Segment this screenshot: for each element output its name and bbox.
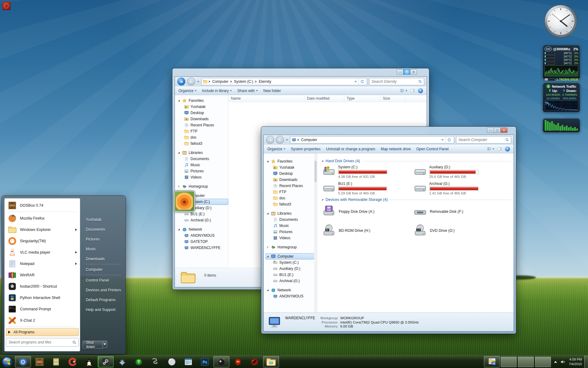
- taskbar-app-disc[interactable]: [164, 356, 180, 367]
- cpu-meter-gadget[interactable]: intel @3000Mhz 2% [49°C]2%[42°C]3%[46°C]…: [543, 45, 580, 79]
- startmenu-place-computer[interactable]: Computer: [86, 265, 121, 274]
- nav-section-favorites[interactable]: Favorites: [266, 158, 317, 164]
- taskbar-app-dragon[interactable]: [247, 356, 262, 367]
- taskbar-app-appwindow[interactable]: [180, 356, 196, 367]
- expanded-arrow-icon[interactable]: [267, 255, 269, 257]
- nav-item-anonymous[interactable]: ANONYMOUS: [177, 232, 228, 239]
- toolbar-system-properties[interactable]: System properties: [291, 147, 321, 151]
- nav-section-libraries[interactable]: Libraries: [266, 210, 317, 217]
- taskbar-app-winfile[interactable]: [48, 356, 64, 367]
- breadcrumb-item-system-c[interactable]: System (C:): [233, 79, 254, 84]
- startmenu-item-x-chat-2[interactable]: chatX-Chat 2: [6, 315, 79, 326]
- forward-button[interactable]: ►: [276, 136, 284, 144]
- expanded-arrow-icon[interactable]: [178, 152, 180, 154]
- nav-item-desktop[interactable]: Desktop: [177, 110, 228, 116]
- group-header-hard-disk-drives-4[interactable]: Hard Disk Drives (4): [322, 159, 511, 163]
- startmenu-item-windows-explorer[interactable]: Windows Explorer: [6, 224, 79, 235]
- equalizer-gadget[interactable]: [543, 118, 580, 132]
- help-icon[interactable]: ?: [418, 88, 423, 93]
- toolbar-open-control-panel[interactable]: Open Control Panel: [416, 147, 448, 151]
- nav-section-network[interactable]: Network: [177, 226, 228, 232]
- network-traffic-gadget[interactable]: ↓ Network Traffic ⬆Up: ⬇Down: 104.8Kbit/…: [543, 83, 580, 112]
- expanded-arrow-icon[interactable]: [178, 228, 180, 230]
- taskbar-clock[interactable]: 4:09 PM 7/4/2010: [569, 357, 582, 366]
- nav-item-recent-places[interactable]: Recent Places: [177, 122, 228, 128]
- nav-item-pictures[interactable]: Pictures: [177, 168, 228, 174]
- change-view-button[interactable]: [400, 88, 407, 93]
- back-button[interactable]: ◄: [266, 136, 274, 144]
- group-header-devices-with-removable-storage-4[interactable]: Devices with Removable Storage (4): [322, 197, 511, 202]
- nav-item-documents[interactable]: Documents: [266, 217, 317, 223]
- nav-item-dos[interactable]: dos: [177, 134, 228, 140]
- startmenu-search-box[interactable]: [6, 338, 79, 347]
- nav-item-recent-places[interactable]: Recent Places: [266, 183, 317, 189]
- taskbar-explorer-group-button[interactable]: [484, 356, 500, 367]
- startmenu-place-default-programs[interactable]: Default Programs: [86, 295, 121, 305]
- toolbar-include-in-library[interactable]: Include in library: [202, 89, 232, 93]
- taskbar-empty-button[interactable]: [535, 357, 551, 367]
- nav-item-desktop[interactable]: Desktop: [266, 171, 317, 177]
- search-input[interactable]: [458, 137, 505, 142]
- drive-bu1-e[interactable]: BU1 (E:)5.29 GB free of 465 GB: [322, 182, 413, 195]
- maximize-button[interactable]: ▢: [494, 128, 500, 133]
- nav-item-archival-g[interactable]: Archival (G:): [266, 278, 317, 284]
- startmenu-item-notepad[interactable]: Notepad: [6, 258, 79, 269]
- toolbar-uninstall-or-change-a-program[interactable]: Uninstall or change a program: [326, 147, 375, 151]
- startmenu-item-dosbox-0-74[interactable]: DOSDOSBox 0.74: [6, 200, 79, 211]
- nav-item-pictures[interactable]: Pictures: [266, 229, 317, 235]
- tray-overflow-arrow[interactable]: [554, 361, 557, 363]
- taskbar-app-crown[interactable]: [230, 356, 246, 367]
- nav-item-yushatak[interactable]: Yushatak: [177, 104, 228, 110]
- breadcrumb[interactable]: Computer: [290, 136, 454, 144]
- close-button[interactable]: ✕: [410, 69, 417, 75]
- taskbar-app-starcraft[interactable]: [114, 356, 130, 367]
- nav-item-gatetop[interactable]: GATETOP: [177, 239, 228, 245]
- startmenu-search-input[interactable]: [8, 340, 72, 345]
- startmenu-place-help-and-support[interactable]: Help and Support: [86, 305, 121, 315]
- taskbar-app-photoshop[interactable]: Ps: [197, 356, 213, 367]
- taskbar-app-explorer[interactable]: [263, 356, 279, 367]
- close-button[interactable]: ✕: [500, 128, 507, 133]
- column-header-date-modified[interactable]: Date modified: [304, 95, 344, 102]
- desktop-shortcut-icon[interactable]: [2, 2, 10, 10]
- taskbar-app-greenorb[interactable]: [131, 356, 147, 367]
- forward-button[interactable]: ►: [187, 78, 195, 86]
- search-box[interactable]: [456, 136, 511, 144]
- nav-section-libraries[interactable]: Libraries: [177, 150, 228, 156]
- nav-item-fallout3[interactable]: fallout3: [177, 140, 228, 147]
- shutdown-button[interactable]: Shut down: [83, 341, 103, 348]
- nav-item-bu1-e[interactable]: BU1 (E:): [177, 211, 228, 217]
- drive-archival-g[interactable]: Archival (G:)1.41 GB free of 465 GB: [413, 182, 505, 195]
- breadcrumb[interactable]: ComputerSystem (C:)Eternity: [201, 78, 367, 85]
- startmenu-item-command-prompt[interactable]: C:\_Command Prompt: [6, 303, 79, 315]
- breadcrumb-item-computer[interactable]: Computer: [211, 79, 229, 84]
- toolbar-organize[interactable]: Organize: [179, 89, 197, 93]
- group-collapse-icon[interactable]: [322, 161, 324, 162]
- expanded-arrow-icon[interactable]: [267, 160, 269, 162]
- drive-system-c[interactable]: System (C:)4.38 GB free of 931 GB: [322, 165, 413, 178]
- device-removable-disk-f[interactable]: Removable Disk (F:): [413, 204, 505, 220]
- nav-section-network[interactable]: Network: [266, 287, 317, 293]
- address-dropdown-icon[interactable]: [354, 81, 357, 82]
- nav-item-auxiliary-d[interactable]: Auxiliary (D:): [266, 266, 317, 272]
- toolbar-organize[interactable]: Organize: [267, 147, 285, 151]
- nav-section-computer[interactable]: Computer: [266, 253, 317, 259]
- expanded-arrow-icon[interactable]: [178, 100, 180, 102]
- taskbar-app-dosbox[interactable]: DOS: [32, 356, 47, 367]
- search-input[interactable]: [371, 79, 418, 84]
- refresh-icon[interactable]: [446, 136, 453, 143]
- startmenu-place-control-panel[interactable]: Control Panel: [86, 275, 121, 285]
- nav-item-fallout3[interactable]: fallout3: [266, 201, 317, 207]
- device-bd-rom-drive-h[interactable]: BDBD-ROM Drive (H:): [322, 223, 413, 239]
- start-button[interactable]: [0, 355, 15, 368]
- history-dropdown-icon[interactable]: [197, 81, 199, 82]
- nav-item-music[interactable]: Music: [266, 223, 317, 229]
- taskbar-app-scorpion[interactable]: [147, 356, 163, 367]
- startmenu-item-foobar2000-shortcut[interactable]: foobar2000 - Shortcut: [6, 281, 79, 292]
- startmenu-place-devices-and-printers[interactable]: Devices and Printers: [86, 285, 121, 295]
- collapsed-arrow-icon[interactable]: [178, 185, 180, 188]
- startmenu-item-python-interactive-shell[interactable]: Python Interactive Shell: [6, 292, 79, 303]
- back-button[interactable]: ◄: [177, 78, 185, 86]
- address-dropdown-icon[interactable]: [441, 139, 444, 141]
- nav-item-anonymous[interactable]: ANONYMOUS: [266, 293, 317, 299]
